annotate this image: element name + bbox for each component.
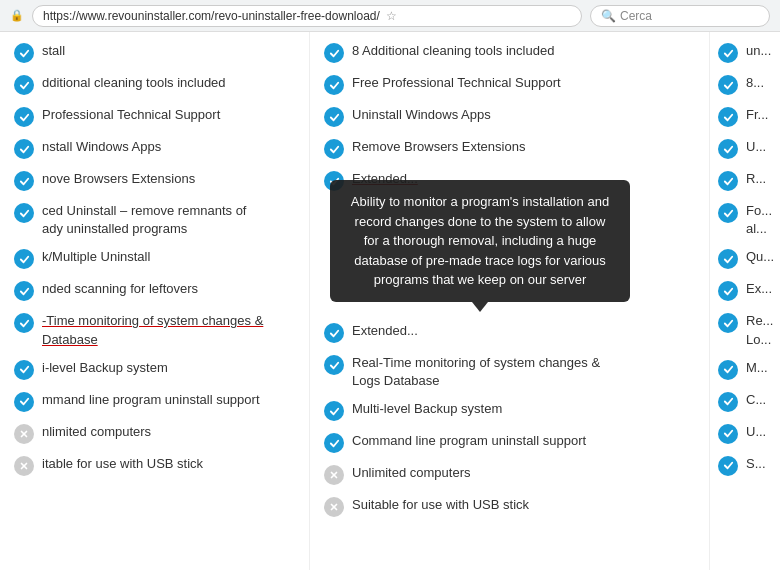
check-icon	[718, 392, 738, 412]
feature-label: -Time monitoring of system changes &Data…	[42, 312, 263, 348]
x-icon	[324, 465, 344, 485]
check-icon	[14, 281, 34, 301]
list-item: S...	[718, 455, 772, 477]
feature-label: Professional Technical Support	[42, 106, 220, 124]
list-item: nove Browsers Extensions	[14, 170, 295, 192]
check-icon	[324, 75, 344, 95]
check-icon	[324, 401, 344, 421]
search-bar[interactable]: 🔍 Cerca	[590, 5, 770, 27]
check-icon	[14, 139, 34, 159]
feature-label: i-level Backup system	[42, 359, 168, 377]
check-icon	[718, 456, 738, 476]
list-item: stall	[14, 42, 295, 64]
x-icon	[14, 424, 34, 444]
feature-label: nlimited computers	[42, 423, 151, 441]
x-icon	[14, 456, 34, 476]
feature-label: Real-Time monitoring of system changes &…	[352, 354, 600, 390]
check-icon	[14, 107, 34, 127]
right-column: un... 8... Fr... U... R.	[710, 32, 780, 570]
check-icon	[718, 424, 738, 444]
check-icon	[718, 360, 738, 380]
check-icon	[718, 139, 738, 159]
list-item: Remove Browsers Extensions	[324, 138, 695, 160]
check-icon	[718, 43, 738, 63]
feature-label: dditional cleaning tools included	[42, 74, 226, 92]
list-item: C...	[718, 391, 772, 413]
url-text: https://www.revouninstaller.com/revo-uni…	[43, 9, 380, 23]
list-item: M...	[718, 359, 772, 381]
feature-label: Fr...	[746, 106, 768, 124]
check-icon	[14, 360, 34, 380]
feature-label: R...	[746, 170, 766, 188]
check-icon	[14, 75, 34, 95]
list-item: R...	[718, 170, 772, 192]
list-item: Uninstall Windows Apps	[324, 106, 695, 128]
feature-label: U...	[746, 423, 766, 441]
feature-label: itable for use with USB stick	[42, 455, 203, 473]
check-icon	[14, 313, 34, 333]
list-item: Command line program uninstall support	[324, 432, 695, 454]
main-content: stall dditional cleaning tools included …	[0, 32, 780, 570]
check-icon	[324, 107, 344, 127]
list-item: nded scanning for leftovers	[14, 280, 295, 302]
list-item: Free Professional Technical Support	[324, 74, 695, 96]
list-item: Suitable for use with USB stick	[324, 496, 695, 518]
feature-label: Free Professional Technical Support	[352, 74, 561, 92]
check-icon	[14, 171, 34, 191]
feature-label: Re...Lo...	[746, 312, 773, 348]
feature-label: 8 Additional cleaning tools included	[352, 42, 554, 60]
list-item: 8 Additional cleaning tools included	[324, 42, 695, 64]
check-icon	[324, 43, 344, 63]
list-item: dditional cleaning tools included	[14, 74, 295, 96]
feature-label: Suitable for use with USB stick	[352, 496, 529, 514]
list-item: U...	[718, 423, 772, 445]
middle-column: 8 Additional cleaning tools included Fre…	[310, 32, 710, 570]
bookmark-icon[interactable]: ☆	[386, 9, 397, 23]
lock-icon: 🔒	[10, 9, 24, 22]
check-icon	[718, 75, 738, 95]
left-column: stall dditional cleaning tools included …	[0, 32, 310, 570]
check-icon	[324, 139, 344, 159]
feature-label: mmand line program uninstall support	[42, 391, 260, 409]
feature-label: Remove Browsers Extensions	[352, 138, 525, 156]
check-icon	[14, 392, 34, 412]
check-icon	[718, 171, 738, 191]
list-item: itable for use with USB stick	[14, 455, 295, 477]
check-icon	[324, 355, 344, 375]
list-item: 8...	[718, 74, 772, 96]
list-item: nlimited computers	[14, 423, 295, 445]
feature-label: 8...	[746, 74, 764, 92]
feature-label: nded scanning for leftovers	[42, 280, 198, 298]
feature-label: Qu...	[746, 248, 774, 266]
x-icon	[324, 497, 344, 517]
feature-label: nstall Windows Apps	[42, 138, 161, 156]
feature-label: S...	[746, 455, 766, 473]
check-icon	[718, 107, 738, 127]
feature-label: C...	[746, 391, 766, 409]
feature-label: Extended...	[352, 322, 418, 340]
tooltip-box: Ability to monitor a program's installat…	[330, 180, 630, 302]
list-item: mmand line program uninstall support	[14, 391, 295, 413]
list-item: i-level Backup system	[14, 359, 295, 381]
feature-label: Fo...al...	[746, 202, 772, 238]
check-icon	[324, 323, 344, 343]
list-item: un...	[718, 42, 772, 64]
list-item: Re...Lo...	[718, 312, 772, 348]
feature-label: k/Multiple Uninstall	[42, 248, 150, 266]
feature-label: Unlimited computers	[352, 464, 471, 482]
feature-label: Ex...	[746, 280, 772, 298]
list-item: Multi-level Backup system	[324, 400, 695, 422]
feature-label: Command line program uninstall support	[352, 432, 586, 450]
list-item: k/Multiple Uninstall	[14, 248, 295, 270]
tooltip: Ability to monitor a program's installat…	[330, 180, 630, 302]
search-placeholder: Cerca	[620, 9, 652, 23]
url-bar[interactable]: https://www.revouninstaller.com/revo-uni…	[32, 5, 582, 27]
list-item: Fo...al...	[718, 202, 772, 238]
check-icon	[718, 203, 738, 223]
list-item: Professional Technical Support	[14, 106, 295, 128]
list-item: nstall Windows Apps	[14, 138, 295, 160]
check-icon	[14, 43, 34, 63]
tooltip-text: Ability to monitor a program's installat…	[351, 194, 609, 287]
feature-label: stall	[42, 42, 65, 60]
feature-label: U...	[746, 138, 766, 156]
